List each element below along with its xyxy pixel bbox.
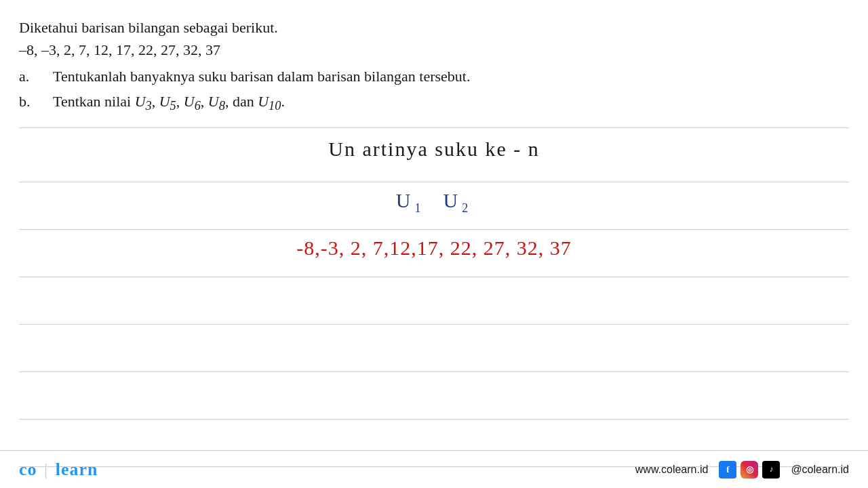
instagram-icon: ◎	[741, 461, 758, 479]
answer-line-4	[19, 277, 849, 325]
answer-line-1: Un artinya suku ke - n	[19, 128, 849, 182]
tiktok-icon: ♪	[762, 461, 780, 479]
answer-line-5	[19, 325, 849, 372]
u10: U10	[258, 93, 281, 110]
answer-line-2: U1 U2	[19, 182, 849, 230]
u6: U6	[184, 93, 201, 110]
sequence-text: –8, –3, 2, 7, 12, 17, 22, 27, 32, 37	[19, 41, 849, 59]
answer-line-6	[19, 372, 849, 420]
answer-area: Un artinya suku ke - n U1 U2 -8,-3, 2, 7…	[19, 127, 849, 467]
u3: U3	[135, 93, 152, 110]
main-content: Diketahui barisan bilangan sebagai berik…	[0, 0, 868, 117]
part-b-text: Tentkan nilai U3, U5, U6, U8, dan U10.	[53, 89, 849, 117]
footer-url: www.colearn.id	[635, 464, 709, 476]
part-b: b. Tentkan nilai U3, U5, U6, U8, dan U10…	[19, 89, 849, 117]
logo-learn: learn	[56, 460, 98, 479]
footer: co | learn www.colearn.id f ◎ ♪ @colearn…	[0, 450, 868, 488]
un-meaning-text: Un artinya suku ke - n	[328, 138, 539, 160]
part-a-text: Tentukanlah banyaknya suku barisan dalam…	[53, 64, 849, 88]
footer-right: www.colearn.id f ◎ ♪ @colearn.id	[635, 461, 849, 479]
parts-container: a. Tentukanlah banyaknya suku barisan da…	[19, 64, 849, 117]
logo-co: co	[19, 460, 37, 479]
social-icons: f ◎ ♪	[719, 461, 780, 479]
social-handle: @colearn.id	[791, 464, 849, 476]
sequence-red-text: -8,-3, 2, 7,12,17, 22, 27, 32, 37	[296, 237, 571, 259]
u5: U5	[159, 93, 176, 110]
intro-text: Diketahui barisan bilangan sebagai berik…	[19, 16, 849, 39]
u8: U8	[208, 93, 225, 110]
part-a-label: a.	[19, 64, 53, 88]
colearn-logo: co | learn	[19, 460, 98, 480]
facebook-icon: f	[719, 461, 736, 479]
answer-line-3: -8,-3, 2, 7,12,17, 22, 27, 32, 37	[19, 230, 849, 277]
part-b-label: b.	[19, 89, 53, 113]
u1u2-text: U1 U2	[396, 189, 472, 211]
part-a: a. Tentukanlah banyaknya suku barisan da…	[19, 64, 849, 88]
